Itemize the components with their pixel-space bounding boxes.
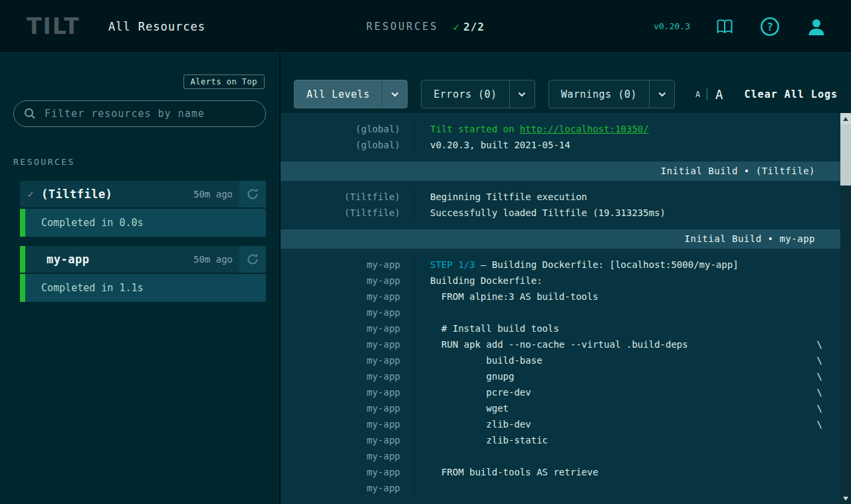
resource-card-header: ✓(Tiltfile)50m ago xyxy=(20,181,266,207)
refresh-button[interactable] xyxy=(239,246,266,273)
up-arrow-icon xyxy=(843,117,848,121)
check-icon: ✓ xyxy=(20,188,41,200)
resource-card[interactable]: my-app50m agoCompleted in 1.1s xyxy=(20,246,266,302)
log-message: zlib-dev \ xyxy=(414,416,840,432)
chevron-down-icon[interactable] xyxy=(649,80,674,108)
chevron-down-icon[interactable] xyxy=(509,80,535,108)
main-layout: Alerts on Top RESOURCES ✓(Tiltfile)50m a… xyxy=(0,53,851,504)
log-message: Tilt started on http://localhost:10350/ xyxy=(414,121,840,137)
chevron-down-icon[interactable] xyxy=(382,80,407,108)
log-resource-prefix[interactable]: my-app xyxy=(281,336,414,352)
log-message xyxy=(414,480,840,496)
log-resource-prefix[interactable]: my-app xyxy=(281,384,414,400)
log-line: my-app xyxy=(281,448,840,464)
log-resource-prefix[interactable]: my-app xyxy=(281,464,414,480)
level-filter-button[interactable]: All Levels xyxy=(294,80,408,108)
nav-resources-label: RESOURCES xyxy=(366,21,438,33)
resource-name: (Tiltfile) xyxy=(41,188,112,201)
log-resource-prefix[interactable]: (global) xyxy=(281,121,414,137)
log-line: my-app FROM alpine:3 AS build-tools xyxy=(281,289,840,305)
account-icon[interactable] xyxy=(806,16,827,37)
resource-card-status: Completed in 0.0s xyxy=(20,209,266,237)
resource-search[interactable] xyxy=(13,100,266,127)
log-resource-prefix[interactable]: (global) xyxy=(281,137,414,153)
log-resource-prefix[interactable]: (Tiltfile) xyxy=(281,205,414,221)
warnings-filter-label: Warnings (0) xyxy=(549,80,649,108)
log-line: my-app zlib-static xyxy=(281,432,840,448)
log-line: my-appSTEP 1/3 — Building Dockerfile: [l… xyxy=(281,257,840,273)
status-bar-green xyxy=(20,274,25,302)
log-line: my-app wget \ xyxy=(281,400,840,416)
log-message: Building Dockerfile: xyxy=(414,273,840,289)
resource-age: 50m ago xyxy=(193,254,239,265)
resource-card[interactable]: ✓(Tiltfile)50m agoCompleted in 0.0s xyxy=(20,181,266,237)
log-resource-prefix[interactable]: my-app xyxy=(281,320,414,336)
log-message: RUN apk add --no-cache --virtual .build-… xyxy=(414,336,840,352)
search-input[interactable] xyxy=(43,107,255,120)
log-line: (global)Tilt started on http://localhost… xyxy=(281,121,840,137)
search-icon xyxy=(24,108,36,120)
log-resource-prefix[interactable]: my-app xyxy=(281,400,414,416)
level-filter-label: All Levels xyxy=(295,80,382,108)
log-resource-prefix[interactable]: my-app xyxy=(281,289,414,305)
help-icon[interactable]: ? xyxy=(759,16,781,37)
log-message: pcre-dev \ xyxy=(414,384,840,400)
resource-card-header: my-app50m ago xyxy=(20,246,266,273)
scroll-up-button[interactable] xyxy=(840,113,851,124)
log-line: (global)v0.20.3, built 2021-05-14 xyxy=(281,137,840,153)
alerts-on-top-toggle[interactable]: Alerts on Top xyxy=(183,74,265,89)
errors-filter-button[interactable]: Errors (0) xyxy=(421,80,535,108)
log-resource-prefix[interactable]: my-app xyxy=(281,305,414,320)
log-message: zlib-static xyxy=(414,432,840,448)
log-resource-prefix[interactable]: my-app xyxy=(281,257,414,273)
svg-text:?: ? xyxy=(767,20,773,33)
line-continuation: \ xyxy=(543,355,822,366)
log-line: my-app gnupg \ xyxy=(281,368,840,384)
log-resource-prefix[interactable]: my-app xyxy=(281,273,414,289)
log-toolbar: All Levels Errors (0) Warnings (0) A xyxy=(281,53,851,113)
refresh-icon xyxy=(245,187,260,201)
log-resource-prefix[interactable]: (Tiltfile) xyxy=(281,189,414,205)
refresh-button[interactable] xyxy=(239,181,266,207)
log-line: my-app zlib-dev \ xyxy=(281,416,840,432)
log-resource-prefix[interactable]: my-app xyxy=(281,480,414,496)
log-resource-prefix[interactable]: my-app xyxy=(281,416,414,432)
log-message: Beginning Tiltfile execution xyxy=(414,189,840,205)
log-line: my-appBuilding Dockerfile: xyxy=(281,273,840,289)
log-section-divider: Initial Build • (Tiltfile) xyxy=(281,162,840,181)
log-message: gnupg \ xyxy=(414,368,840,384)
warnings-filter-button[interactable]: Warnings (0) xyxy=(548,80,675,108)
log-message xyxy=(414,305,840,320)
nav-resources[interactable]: RESOURCES ✓ 2/2 xyxy=(366,0,485,53)
log-link[interactable]: http://localhost:10350/ xyxy=(520,124,649,134)
log-line: (Tiltfile)Successfully loaded Tiltfile (… xyxy=(281,205,840,221)
log-resource-prefix[interactable]: my-app xyxy=(281,448,414,464)
scrollbar-track[interactable] xyxy=(840,186,851,493)
line-continuation: \ xyxy=(688,339,822,350)
font-size-decrease-button[interactable]: A xyxy=(689,90,707,99)
log-resource-prefix[interactable]: my-app xyxy=(281,352,414,368)
log-scrollbar[interactable] xyxy=(840,113,851,504)
log-main: All Levels Errors (0) Warnings (0) A xyxy=(279,53,851,504)
clear-all-logs-button[interactable]: Clear All Logs xyxy=(745,88,838,100)
scroll-down-button[interactable] xyxy=(840,493,851,504)
font-size-increase-button[interactable]: A xyxy=(707,87,729,102)
scrollbar-thumb[interactable] xyxy=(840,124,851,186)
tilt-logo[interactable]: TILT xyxy=(27,13,80,39)
log-message: build-base \ xyxy=(414,352,840,368)
log-resource-prefix[interactable]: my-app xyxy=(281,432,414,448)
log-message: wget \ xyxy=(414,400,840,416)
status-bar-green xyxy=(20,246,25,273)
log-message: Successfully loaded Tiltfile (19.313235m… xyxy=(414,205,840,221)
resources-ok-count: 2/2 xyxy=(463,21,485,33)
log-message: # Install build tools xyxy=(414,320,840,336)
resource-list: ✓(Tiltfile)50m agoCompleted in 0.0smy-ap… xyxy=(0,181,279,302)
docs-icon[interactable] xyxy=(715,18,734,35)
log-line: (Tiltfile)Beginning Tiltfile execution xyxy=(281,189,840,205)
log-line: my-app FROM build-tools AS retrieve xyxy=(281,464,840,480)
log-resource-prefix[interactable]: my-app xyxy=(281,368,414,384)
log-lines: (global)Tilt started on http://localhost… xyxy=(281,113,840,504)
status-bar-green xyxy=(20,209,25,237)
log-line: my-app xyxy=(281,305,840,320)
log-message: STEP 1/3 — Building Dockerfile: [localho… xyxy=(414,257,840,273)
